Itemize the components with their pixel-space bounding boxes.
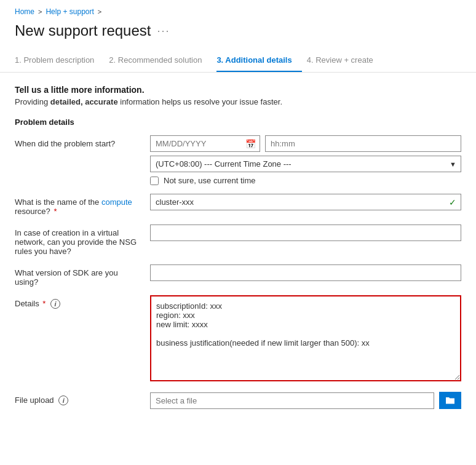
step-additional-details[interactable]: 3. Additional details: [216, 49, 301, 72]
details-label: Details * i: [15, 295, 150, 309]
compute-label-part1: What is the name of the: [15, 197, 101, 207]
compute-input-wrap: ✓: [150, 194, 461, 210]
compute-check-icon: ✓: [449, 197, 456, 207]
datetime-row: 📅: [150, 135, 461, 152]
date-input-wrap: 📅: [150, 135, 260, 152]
file-upload-row: File upload i: [15, 392, 461, 409]
page-title-options[interactable]: ···: [157, 25, 170, 38]
file-upload-control: [150, 392, 461, 409]
timezone-select[interactable]: (UTC+08:00) --- Current Time Zone ---: [150, 156, 461, 172]
nsg-label: In case of creation in a virtual network…: [15, 225, 150, 256]
wizard-steps: 1. Problem description 2. Recommended so…: [0, 49, 476, 73]
page-title: New support request: [15, 22, 151, 39]
details-required: *: [42, 299, 46, 308]
details-textarea[interactable]: subscriptionId: xxx region: xxx new limi…: [150, 295, 461, 381]
page-title-row: New support request ···: [0, 20, 476, 49]
calendar-icon[interactable]: 📅: [242, 139, 260, 149]
subtitle-part1: Providing: [15, 97, 50, 106]
breadcrumb: Home > Help + support >: [0, 0, 476, 20]
step-review-create[interactable]: 4. Review + create: [307, 49, 383, 72]
compute-required: *: [54, 207, 57, 216]
breadcrumb-sep2: >: [98, 8, 101, 15]
file-upload-label: File upload i: [15, 392, 150, 405]
when-row: When did the problem start? 📅 (UTC+08:00…: [15, 135, 461, 185]
timezone-wrap: (UTC+08:00) --- Current Time Zone --- ▼: [150, 156, 461, 172]
details-label-text: Details: [15, 299, 41, 308]
compute-row: What is the name of the compute resource…: [15, 194, 461, 216]
nsg-input[interactable]: [150, 225, 461, 241]
sdk-input[interactable]: [150, 264, 461, 281]
problem-details-heading: Problem details: [15, 117, 461, 127]
subtitle-part2: information helps us resolve your issue …: [118, 97, 282, 106]
compute-label-part2: resource?: [15, 207, 52, 216]
not-sure-row: Not sure, use current time: [150, 176, 461, 185]
details-control: subscriptionId: xxx region: xxx new limi…: [150, 295, 461, 383]
breadcrumb-home[interactable]: Home: [15, 7, 34, 16]
sdk-label: What version of SDK are you using?: [15, 264, 150, 287]
compute-label: What is the name of the compute resource…: [15, 194, 150, 216]
file-upload-button[interactable]: [439, 392, 461, 409]
not-sure-label: Not sure, use current time: [164, 176, 256, 185]
step-problem-description[interactable]: 1. Problem description: [15, 49, 104, 72]
details-info-icon[interactable]: i: [50, 299, 60, 309]
details-row: Details * i subscriptionId: xxx region: …: [15, 295, 461, 383]
section-title: Tell us a little more information.: [15, 85, 461, 95]
when-label: When did the problem start?: [15, 135, 150, 148]
compute-control: ✓: [150, 194, 461, 210]
file-upload-input[interactable]: [150, 392, 434, 409]
file-upload-info-icon[interactable]: i: [58, 395, 68, 405]
main-content: Tell us a little more information. Provi…: [0, 73, 476, 430]
breadcrumb-help[interactable]: Help + support: [46, 7, 93, 16]
folder-icon: [445, 395, 455, 405]
not-sure-checkbox[interactable]: [150, 177, 159, 185]
time-input[interactable]: [265, 135, 461, 152]
step-recommended-solution[interactable]: 2. Recommended solution: [109, 49, 212, 72]
sdk-control: [150, 264, 461, 281]
file-upload-area: [150, 392, 461, 409]
compute-label-link[interactable]: compute: [101, 197, 132, 207]
nsg-control: [150, 225, 461, 241]
when-controls: 📅 (UTC+08:00) --- Current Time Zone --- …: [150, 135, 461, 185]
section-subtitle: Providing detailed, accurate information…: [15, 97, 461, 106]
file-upload-label-text: File upload: [15, 395, 54, 405]
sdk-row: What version of SDK are you using?: [15, 264, 461, 287]
date-input[interactable]: [151, 136, 242, 151]
breadcrumb-sep1: >: [38, 8, 42, 15]
subtitle-bold: detailed, accurate: [50, 97, 118, 106]
compute-input[interactable]: [150, 194, 461, 210]
nsg-row: In case of creation in a virtual network…: [15, 225, 461, 256]
